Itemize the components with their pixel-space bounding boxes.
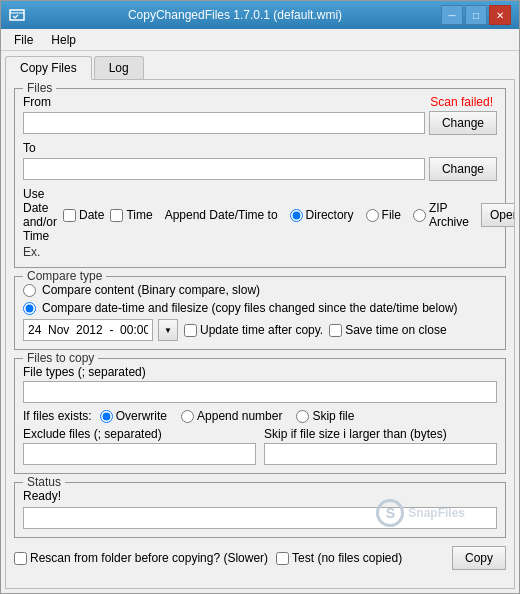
skip-file-radio[interactable] [296, 410, 309, 423]
to-input[interactable] [23, 158, 425, 180]
tab-log[interactable]: Log [94, 56, 144, 79]
date-label: Date [79, 208, 104, 222]
update-time-label: Update time after copy. [200, 323, 323, 337]
date-checkbox[interactable] [63, 209, 76, 222]
date-checkbox-item: Date [63, 208, 104, 222]
file-radio[interactable] [366, 209, 379, 222]
copy-button[interactable]: Copy [452, 546, 506, 570]
compare-content-radio[interactable] [23, 284, 36, 297]
overwrite-radio[interactable] [100, 410, 113, 423]
overwrite-label: Overwrite [116, 409, 167, 423]
files-group-label: Files [23, 81, 56, 95]
exclude-label: Exclude files (; separated) [23, 427, 162, 441]
test-item: Test (no files copied) [276, 551, 402, 565]
bottom-row: Rescan from folder before copying? (Slow… [14, 546, 506, 570]
menu-file[interactable]: File [5, 30, 42, 50]
skip-size-col: Skip if file size i larger than (bytes) [264, 427, 497, 465]
file-types-label: File types (; separated) [23, 365, 146, 379]
title-bar: CopyChangedFiles 1.7.0.1 (default.wmi) ─… [1, 1, 519, 29]
time-checkbox-item: Time [110, 208, 152, 222]
to-label: To [23, 141, 36, 155]
append-number-radio[interactable] [181, 410, 194, 423]
update-time-item: Update time after copy. [184, 323, 323, 337]
datetime-input[interactable] [23, 319, 153, 341]
compare-option2: Compare date-time and filesize (copy fil… [23, 301, 497, 315]
time-label: Time [126, 208, 152, 222]
test-checkbox[interactable] [276, 552, 289, 565]
rescan-item: Rescan from folder before copying? (Slow… [14, 551, 268, 565]
compare-datetime-radio[interactable] [23, 302, 36, 315]
files-group: Files From Scan failed! Change To Change… [14, 88, 506, 268]
ready-text: Ready! [23, 489, 61, 503]
minimize-button[interactable]: ─ [441, 5, 463, 25]
directory-label: Directory [306, 208, 354, 222]
exclude-row: Exclude files (; separated) Skip if file… [23, 427, 497, 465]
from-input[interactable] [23, 112, 425, 134]
skip-size-label: Skip if file size i larger than (bytes) [264, 427, 447, 441]
ex-label: Ex. [23, 245, 40, 259]
svg-rect-0 [10, 10, 24, 20]
update-time-checkbox[interactable] [184, 324, 197, 337]
rescan-checkbox[interactable] [14, 552, 27, 565]
append-number-label: Append number [197, 409, 282, 423]
use-date-time-label: Use Date and/or Time [23, 187, 57, 243]
window-title: CopyChangedFiles 1.7.0.1 (default.wmi) [29, 8, 441, 22]
status-group-label: Status [23, 475, 65, 489]
tab-copy-files[interactable]: Copy Files [5, 56, 92, 80]
directory-option: Directory [290, 208, 354, 222]
file-option: File [366, 208, 401, 222]
save-time-item: Save time on close [329, 323, 446, 337]
files-to-copy-group: Files to copy File types (; separated) I… [14, 358, 506, 474]
compare-content-label: Compare content (Binary compare, slow) [42, 283, 260, 297]
status-group: Status Ready! S SnapFiles [14, 482, 506, 538]
exclude-col: Exclude files (; separated) [23, 427, 256, 465]
menu-help[interactable]: Help [42, 30, 85, 50]
window-controls: ─ □ ✕ [441, 5, 511, 25]
content-area: Files From Scan failed! Change To Change… [5, 79, 515, 589]
if-exists-label: If files exists: [23, 409, 92, 423]
rescan-label: Rescan from folder before copying? (Slow… [30, 551, 268, 565]
datetime-dropdown[interactable]: ▼ [158, 319, 178, 341]
exclude-input[interactable] [23, 443, 256, 465]
tabs-bar: Copy Files Log [1, 51, 519, 79]
to-change-button[interactable]: Change [429, 157, 497, 181]
zip-radio[interactable] [413, 209, 426, 222]
close-button[interactable]: ✕ [489, 5, 511, 25]
compare-option1: Compare content (Binary compare, slow) [23, 283, 497, 297]
from-label: From [23, 95, 51, 109]
scan-failed-text: Scan failed! [51, 95, 493, 109]
append-dt-label: Append Date/Time to [165, 208, 278, 222]
test-label: Test (no files copied) [292, 551, 402, 565]
zip-label: ZIP Archive [429, 201, 469, 229]
compare-group-label: Compare type [23, 269, 106, 283]
directory-radio[interactable] [290, 209, 303, 222]
file-types-input[interactable] [23, 381, 497, 403]
files-to-copy-label: Files to copy [23, 351, 98, 365]
append-number-option: Append number [181, 409, 282, 423]
skip-file-label: Skip file [312, 409, 354, 423]
datetime-row: ▼ Update time after copy. Save time on c… [23, 319, 497, 341]
skip-file-option: Skip file [296, 409, 354, 423]
from-change-button[interactable]: Change [429, 111, 497, 135]
save-time-label: Save time on close [345, 323, 446, 337]
menu-bar: File Help [1, 29, 519, 51]
save-time-checkbox[interactable] [329, 324, 342, 337]
compare-group: Compare type Compare content (Binary com… [14, 276, 506, 350]
overwrite-option: Overwrite [100, 409, 167, 423]
maximize-button[interactable]: □ [465, 5, 487, 25]
compare-datetime-label: Compare date-time and filesize (copy fil… [42, 301, 458, 315]
file-label: File [382, 208, 401, 222]
status-input [23, 507, 497, 529]
zip-option: ZIP Archive [413, 201, 469, 229]
app-icon [9, 7, 25, 23]
open-destination-button[interactable]: Open destination [481, 203, 515, 227]
main-window: CopyChangedFiles 1.7.0.1 (default.wmi) ─… [0, 0, 520, 594]
time-checkbox[interactable] [110, 209, 123, 222]
skip-size-input[interactable] [264, 443, 497, 465]
